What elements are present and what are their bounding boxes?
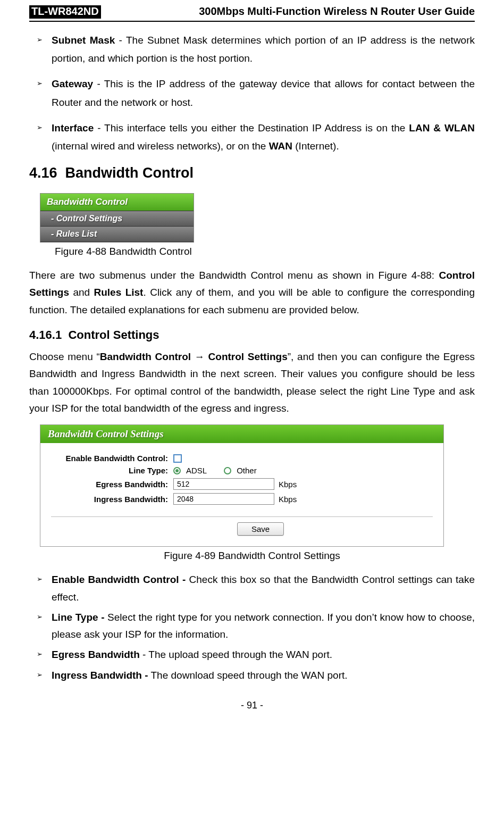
label-line-type: Line Type: [51, 466, 173, 475]
row-ingress: Ingress Bandwidth: Kbps [51, 493, 433, 505]
figure-caption-89: Figure 4-89 Bandwidth Control Settings [29, 550, 475, 562]
settings-panel-screenshot: Bandwidth Control Settings Enable Bandwi… [40, 424, 444, 547]
paragraph-submenus: There are two submenus under the Bandwid… [29, 267, 475, 319]
bullet-enable-bw: Enable Bandwidth Control - Check this bo… [29, 571, 475, 606]
section-heading: 4.16 Bandwidth Control [29, 165, 475, 181]
page-header: TL-WR842ND 300Mbps Multi-Function Wirele… [29, 5, 475, 22]
bullet-subnet-mask: Subnet Mask - The Subnet Mask determines… [29, 31, 475, 68]
figure-caption-88: Figure 4-88 Bandwidth Control [55, 246, 475, 257]
nav-menu-header: Bandwidth Control [40, 194, 194, 211]
input-egress-bandwidth[interactable] [173, 478, 274, 490]
row-egress: Egress Bandwidth: Kbps [51, 478, 433, 490]
row-line-type: Line Type: ADSL Other [51, 466, 433, 475]
page-number: - 91 - [29, 700, 475, 711]
bullet-line-type: Line Type - Select the right type for yo… [29, 609, 475, 644]
bullet-gateway: Gateway - This is the IP address of the … [29, 75, 475, 111]
bullet-ingress-bw: Ingress Bandwidth - The download speed t… [29, 667, 475, 684]
guide-title: 300Mbps Multi-Function Wireless N Router… [199, 5, 475, 18]
nav-menu-item-control-settings: - Control Settings [40, 211, 194, 227]
unit-ingress: Kbps [279, 495, 297, 504]
bullet-interface: Interface - This interface tells you eit… [29, 119, 475, 155]
nav-menu-screenshot: Bandwidth Control - Control Settings - R… [40, 193, 194, 243]
save-button[interactable]: Save [237, 522, 284, 536]
radio-adsl[interactable] [173, 467, 181, 474]
definition-list-top: Subnet Mask - The Subnet Mask determines… [29, 31, 475, 155]
model-badge: TL-WR842ND [29, 5, 101, 19]
radio-label-adsl: ADSL [186, 466, 207, 475]
subsection-heading: 4.16.1 Control Settings [29, 328, 475, 342]
label-enable: Enable Bandwidth Control: [51, 454, 173, 463]
radio-other[interactable] [224, 467, 231, 474]
radio-label-other: Other [237, 466, 257, 475]
bullet-egress-bw: Egress Bandwidth - The upload speed thro… [29, 646, 475, 663]
label-ingress: Ingress Bandwidth: [51, 495, 173, 504]
paragraph-choose-menu: Choose menu “Bandwidth Control → Control… [29, 348, 475, 417]
unit-egress: Kbps [279, 480, 297, 489]
checkbox-enable-bandwidth[interactable] [173, 454, 182, 463]
settings-panel-title: Bandwidth Control Settings [40, 425, 443, 443]
definition-list-bottom: Enable Bandwidth Control - Check this bo… [29, 571, 475, 684]
nav-menu-item-rules-list: - Rules List [40, 227, 194, 242]
input-ingress-bandwidth[interactable] [173, 493, 274, 505]
label-egress: Egress Bandwidth: [51, 480, 173, 489]
row-enable: Enable Bandwidth Control: [51, 454, 433, 463]
